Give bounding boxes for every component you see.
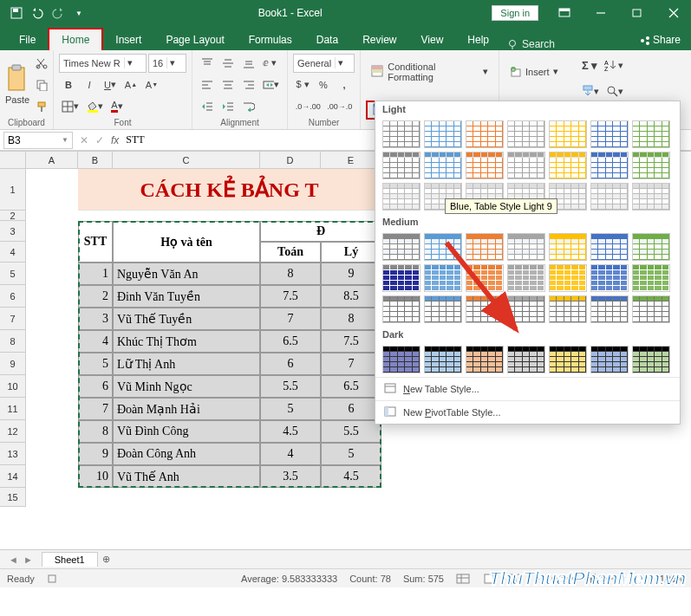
enter-formula-icon[interactable]: ✓ bbox=[95, 134, 104, 146]
row-header-12[interactable]: 12 bbox=[0, 420, 26, 443]
insert-cells-button[interactable]: + Insert ▾ bbox=[505, 62, 569, 81]
row-header-13[interactable]: 13 bbox=[0, 443, 26, 465]
cell[interactable]: Nguyễn Văn An bbox=[113, 263, 260, 285]
cell[interactable]: Lữ Thị Anh bbox=[113, 353, 260, 375]
cell[interactable]: 4 bbox=[260, 443, 321, 465]
cell[interactable]: Họ và tên bbox=[113, 221, 260, 263]
row-header-9[interactable]: 9 bbox=[0, 353, 26, 375]
table-style-swatch[interactable] bbox=[507, 346, 545, 373]
merge-button[interactable]: ▾ bbox=[260, 75, 282, 94]
table-style-swatch[interactable] bbox=[632, 346, 670, 373]
cell[interactable]: 7.5 bbox=[260, 285, 321, 308]
undo-icon[interactable] bbox=[28, 3, 47, 23]
number-format-dropdown[interactable]: General▾ bbox=[293, 54, 355, 73]
cell[interactable]: 5 bbox=[260, 398, 321, 420]
cell[interactable]: 7 bbox=[78, 398, 113, 420]
macro-record-icon[interactable] bbox=[47, 574, 57, 584]
table-style-swatch[interactable] bbox=[424, 152, 462, 179]
cell[interactable]: 8.5 bbox=[321, 285, 381, 308]
table-style-swatch[interactable] bbox=[507, 233, 545, 261]
table-style-swatch[interactable] bbox=[424, 120, 462, 148]
cell[interactable]: 5.5 bbox=[321, 420, 381, 443]
table-style-swatch[interactable] bbox=[590, 183, 629, 211]
table-style-swatch[interactable] bbox=[382, 233, 420, 261]
cell[interactable]: Vũ Thế Anh bbox=[113, 465, 260, 488]
col-header-A[interactable]: A bbox=[26, 152, 78, 169]
table-style-swatch[interactable] bbox=[632, 295, 670, 323]
table-style-swatch[interactable] bbox=[382, 346, 420, 373]
decrease-decimal-button[interactable]: .00→.0 bbox=[325, 97, 355, 116]
cell[interactable]: 6.5 bbox=[260, 330, 321, 353]
cell[interactable]: 4 bbox=[78, 330, 113, 353]
font-name-dropdown[interactable]: Times New R▾ bbox=[59, 54, 147, 73]
cell[interactable]: 9 bbox=[78, 443, 113, 465]
row-header-4[interactable]: 4 bbox=[0, 242, 26, 263]
minimize-icon[interactable] bbox=[583, 0, 618, 26]
cell[interactable]: 4.5 bbox=[321, 465, 381, 488]
cell[interactable]: Đoàn Công Anh bbox=[113, 443, 260, 465]
table-style-swatch[interactable] bbox=[632, 120, 670, 148]
table-style-swatch[interactable] bbox=[466, 152, 504, 179]
select-all-corner[interactable] bbox=[0, 152, 26, 169]
table-style-swatch[interactable] bbox=[632, 183, 670, 211]
ribbon-options-icon[interactable] bbox=[547, 0, 582, 26]
cell[interactable]: Đ bbox=[260, 221, 381, 242]
table-style-swatch[interactable] bbox=[382, 183, 420, 211]
cell[interactable]: 6.5 bbox=[321, 375, 381, 398]
font-size-dropdown[interactable]: 16▾ bbox=[148, 54, 186, 73]
cell[interactable]: 8 bbox=[260, 263, 321, 285]
cell[interactable]: 2 bbox=[78, 285, 113, 308]
save-icon[interactable] bbox=[7, 3, 26, 23]
cancel-formula-icon[interactable]: ✕ bbox=[80, 134, 88, 146]
col-header-B[interactable]: B bbox=[78, 152, 113, 169]
row-header-10[interactable]: 10 bbox=[0, 375, 26, 398]
table-style-swatch[interactable] bbox=[549, 233, 587, 261]
table-style-swatch[interactable] bbox=[424, 233, 462, 261]
table-style-swatch[interactable] bbox=[590, 295, 629, 323]
row-header-2[interactable]: 2 bbox=[0, 211, 26, 221]
shrink-font-button[interactable]: A▼ bbox=[142, 75, 161, 94]
sheet-tab[interactable]: Sheet1 bbox=[42, 552, 98, 567]
tab-page-layout[interactable]: Page Layout bbox=[153, 29, 236, 50]
table-style-swatch[interactable] bbox=[590, 152, 629, 179]
cell[interactable]: 3.5 bbox=[260, 465, 321, 488]
table-style-swatch[interactable] bbox=[424, 346, 462, 373]
tab-file[interactable]: File bbox=[7, 29, 48, 50]
row-header-5[interactable]: 5 bbox=[0, 263, 26, 285]
table-style-swatch[interactable] bbox=[424, 264, 462, 292]
align-left-button[interactable] bbox=[198, 75, 217, 94]
cell[interactable]: 8 bbox=[321, 308, 381, 330]
align-top-button[interactable] bbox=[198, 54, 217, 73]
align-bottom-button[interactable] bbox=[239, 54, 258, 73]
table-style-swatch[interactable] bbox=[507, 295, 545, 323]
row-header-7[interactable]: 7 bbox=[0, 308, 26, 330]
row-header-14[interactable]: 14 bbox=[0, 465, 26, 488]
table-style-swatch[interactable] bbox=[549, 346, 587, 373]
percent-button[interactable]: % bbox=[314, 75, 333, 94]
share-button[interactable]: Share bbox=[629, 29, 691, 50]
table-style-swatch[interactable] bbox=[590, 346, 629, 373]
view-normal-icon[interactable] bbox=[456, 574, 470, 584]
tab-home[interactable]: Home bbox=[48, 28, 103, 50]
cell[interactable]: 8 bbox=[78, 420, 113, 443]
tell-me-search[interactable]: Search bbox=[506, 38, 555, 50]
cell[interactable]: 7 bbox=[260, 308, 321, 330]
cell[interactable]: Vũ Đình Công bbox=[113, 420, 260, 443]
sheet-prev-icon[interactable]: ◄ bbox=[9, 554, 18, 565]
qat-customize-icon[interactable]: ▼ bbox=[69, 3, 88, 23]
table-style-swatch[interactable] bbox=[382, 152, 420, 179]
table-style-swatch[interactable] bbox=[549, 120, 587, 148]
cell[interactable]: Đoàn Mạnh Hải bbox=[113, 398, 260, 420]
table-style-swatch[interactable] bbox=[424, 295, 462, 323]
cell[interactable]: 5 bbox=[78, 353, 113, 375]
cell[interactable]: 4.5 bbox=[260, 420, 321, 443]
copy-button[interactable] bbox=[32, 75, 51, 94]
table-style-swatch[interactable] bbox=[466, 295, 504, 323]
col-header-C[interactable]: C bbox=[113, 152, 260, 169]
align-right-button[interactable] bbox=[239, 75, 258, 94]
fx-icon[interactable]: fx bbox=[111, 134, 119, 146]
cut-button[interactable] bbox=[32, 54, 51, 73]
comma-button[interactable]: , bbox=[335, 75, 354, 94]
cell[interactable]: Khúc Thị Thơm bbox=[113, 330, 260, 353]
table-style-swatch[interactable] bbox=[549, 295, 587, 323]
